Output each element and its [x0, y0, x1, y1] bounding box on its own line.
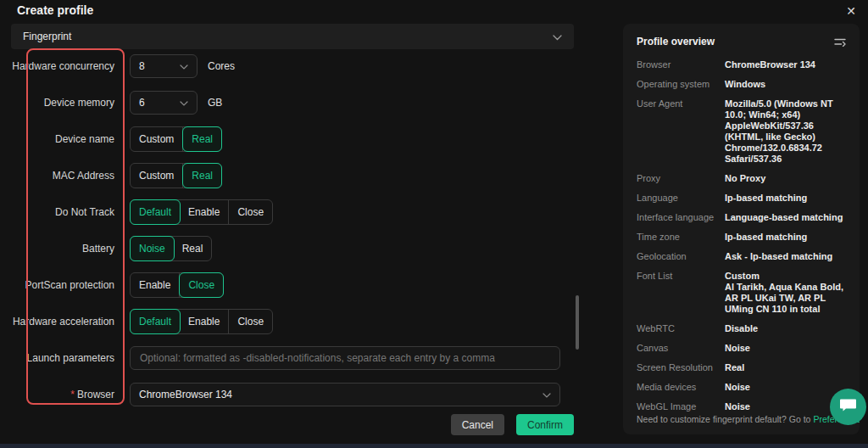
option-default[interactable]: Default: [130, 309, 181, 334]
form-row-battery: Battery Noise Real: [11, 230, 574, 266]
hardware-concurrency-select[interactable]: 8: [130, 54, 198, 78]
overview-value: Ask - Ip-based matching: [725, 251, 846, 262]
dialog-footer: Cancel Confirm: [11, 414, 574, 435]
field-label: Device name: [11, 133, 122, 145]
option-real[interactable]: Real: [174, 237, 212, 260]
chat-bubble-icon: [839, 397, 857, 417]
font-list-detail: Al Tarikh, Aqua Kana Bold, AR PL UKai TW…: [725, 282, 843, 314]
overview-label: WebGL Image: [637, 401, 725, 412]
overview-label: Time zone: [637, 232, 725, 243]
fingerprint-section-header[interactable]: Fingerprint: [11, 24, 574, 49]
overview-row-browser: Browser ChromeBrowser 134: [637, 59, 846, 70]
overview-row-language: Language Ip-based matching: [637, 193, 846, 204]
scrollbar-thumb[interactable]: [576, 295, 579, 350]
mac-address-toggle: Custom Real: [130, 163, 222, 188]
confirm-button[interactable]: Confirm: [516, 414, 574, 435]
fingerprint-default-hint: Need to customize fingerprint default? G…: [637, 414, 860, 424]
overview-label: Interface language: [637, 212, 725, 223]
launch-parameters-input[interactable]: [130, 346, 560, 370]
font-list-mode: Custom: [725, 271, 760, 281]
device-memory-select[interactable]: 6: [130, 91, 198, 115]
overview-label: Screen Resolution: [637, 362, 725, 373]
panel-title: Profile overview: [637, 36, 715, 48]
overview-value: Disable: [725, 323, 846, 334]
overview-label: Proxy: [637, 173, 725, 184]
field-label: Battery: [11, 243, 122, 255]
form-row-device-name: Device name Custom Real: [11, 120, 574, 157]
form-row-do-not-track: Do Not Track Default Enable Close: [11, 193, 574, 230]
unit-label: Cores: [208, 60, 235, 72]
form-row-browser: *Browser ChromeBrowser 134: [11, 376, 574, 412]
option-real[interactable]: Real: [182, 163, 222, 188]
select-value: 8: [139, 60, 145, 72]
portscan-toggle: Enable Close: [130, 272, 224, 298]
close-icon[interactable]: ✕: [843, 3, 860, 20]
collapse-panel-icon[interactable]: [834, 37, 846, 47]
option-custom[interactable]: Custom: [131, 127, 183, 151]
overview-value: Noise: [725, 382, 846, 393]
option-close[interactable]: Close: [179, 272, 224, 298]
required-asterisk: *: [70, 389, 75, 400]
overview-row-media-devices: Media devices Noise: [637, 382, 846, 393]
chevron-down-icon: [542, 389, 551, 400]
overview-value: Language-based matching: [725, 212, 846, 223]
overview-value: No Proxy: [725, 173, 846, 184]
field-label: Launch parameters: [11, 352, 122, 364]
field-label: Hardware concurrency: [11, 60, 122, 72]
app-background-strip: [0, 444, 868, 448]
fingerprint-section-label: Fingerprint: [23, 31, 71, 42]
select-value: 6: [139, 97, 145, 109]
option-close[interactable]: Close: [229, 310, 272, 333]
fingerprint-form: Fingerprint Hardware concurrency 8 Cores…: [11, 24, 574, 412]
form-row-launch-parameters: Launch parameters: [11, 339, 574, 376]
overview-label: Font List: [637, 271, 725, 315]
form-row-hardware-acceleration: Hardware acceleration Default Enable Clo…: [11, 303, 574, 339]
chat-widget-button[interactable]: [830, 389, 866, 425]
option-custom[interactable]: Custom: [131, 164, 183, 188]
form-row-device-memory: Device memory 6 GB: [11, 84, 574, 120]
cancel-button[interactable]: Cancel: [451, 414, 504, 435]
overview-value: Noise: [725, 343, 846, 354]
overview-row-user-agent: User Agent Mozilla/5.0 (Windows NT 10.0;…: [637, 98, 846, 165]
battery-toggle: Noise Real: [130, 236, 212, 261]
field-label-text: Browser: [77, 389, 114, 400]
chevron-down-icon: [553, 29, 562, 44]
form-row-mac-address: MAC Address Custom Real: [11, 157, 574, 193]
field-label: Device memory: [11, 97, 122, 109]
hint-text: Need to customize fingerprint default? G…: [637, 414, 813, 424]
overview-row-webgl-image: WebGL Image Noise: [637, 401, 846, 412]
field-label: Hardware acceleration: [11, 316, 122, 328]
option-default[interactable]: Default: [130, 199, 181, 225]
overview-row-geolocation: Geolocation Ask - Ip-based matching: [637, 251, 846, 262]
overview-row-webrtc: WebRTC Disable: [637, 323, 846, 334]
overview-label: WebRTC: [637, 323, 725, 334]
overview-row-interface-language: Interface language Language-based matchi…: [637, 212, 846, 223]
form-row-hardware-concurrency: Hardware concurrency 8 Cores: [11, 48, 574, 84]
chevron-down-icon: [180, 60, 188, 72]
overview-label: Geolocation: [637, 251, 725, 262]
overview-label: Browser: [637, 59, 725, 70]
overview-label: User Agent: [637, 98, 725, 165]
option-enable[interactable]: Enable: [180, 200, 229, 224]
overview-row-screen-resolution: Screen Resolution Real: [637, 362, 846, 373]
device-name-toggle: Custom Real: [130, 126, 222, 152]
page-title: Create profile: [17, 3, 93, 17]
chevron-down-icon: [180, 97, 188, 109]
option-noise[interactable]: Noise: [130, 236, 175, 261]
overview-value: Noise: [725, 401, 846, 412]
option-enable[interactable]: Enable: [131, 273, 180, 297]
browser-select[interactable]: ChromeBrowser 134: [130, 383, 560, 406]
field-label: *Browser: [11, 389, 122, 400]
option-real[interactable]: Real: [182, 126, 222, 152]
form-row-portscan-protection: PortScan protection Enable Close: [11, 266, 574, 303]
overview-row-canvas: Canvas Noise: [637, 343, 846, 354]
overview-label: Canvas: [637, 343, 725, 354]
overview-row-time-zone: Time zone Ip-based matching: [637, 232, 846, 243]
option-close[interactable]: Close: [229, 200, 272, 224]
option-enable[interactable]: Enable: [180, 310, 229, 333]
unit-label: GB: [208, 97, 222, 109]
field-label: MAC Address: [11, 170, 122, 182]
do-not-track-toggle: Default Enable Close: [130, 199, 273, 225]
overview-row-font-list: Font List Custom Al Tarikh, Aqua Kana Bo…: [637, 271, 846, 315]
select-value: ChromeBrowser 134: [139, 389, 232, 400]
